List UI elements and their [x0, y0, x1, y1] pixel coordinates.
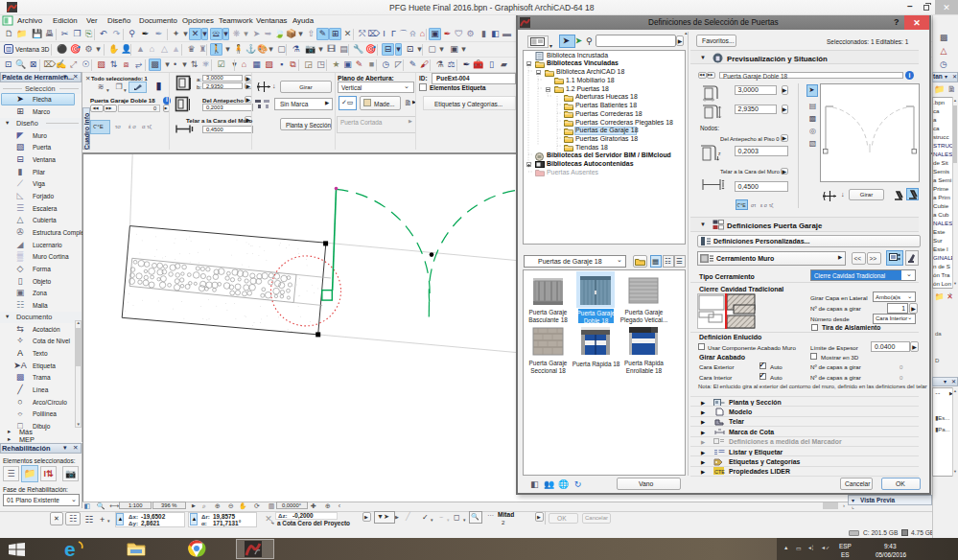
- svg-text:e: e: [64, 538, 76, 560]
- svg-text:CTE: CTE: [714, 469, 725, 475]
- svg-text:z: z: [718, 151, 721, 156]
